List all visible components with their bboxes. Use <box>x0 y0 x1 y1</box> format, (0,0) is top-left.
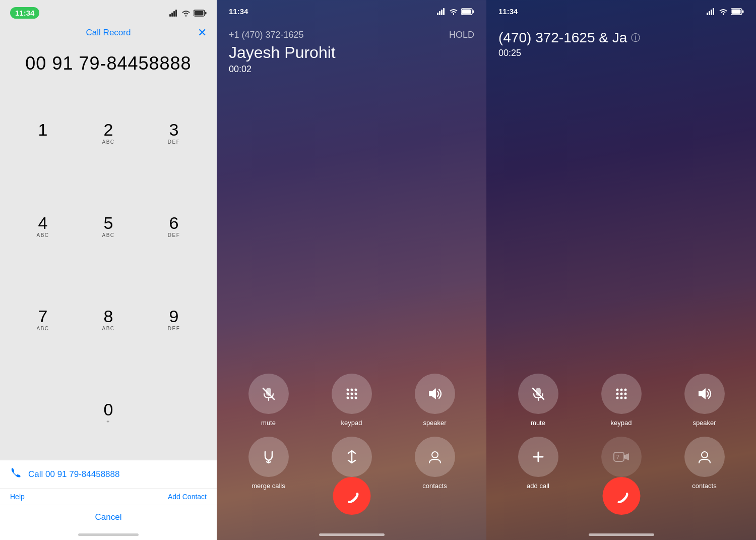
caller-name: Jayesh Purohit <box>229 43 474 62</box>
svg-point-41 <box>616 393 618 395</box>
svg-rect-34 <box>742 10 744 13</box>
svg-text:?: ? <box>616 454 619 460</box>
svg-rect-9 <box>441 10 443 15</box>
add-call-label: add call <box>527 482 549 490</box>
merged-title-text: (470) 372-1625 & Ja <box>498 30 627 46</box>
keypad-button[interactable]: keypad <box>315 374 388 427</box>
key-8[interactable]: 8 ABC <box>76 273 141 367</box>
merge-calls-label: merge calls <box>251 482 285 490</box>
phone-icon <box>10 467 21 481</box>
close-button[interactable]: ✕ <box>198 26 207 39</box>
contacts-label-3: contacts <box>692 482 716 490</box>
svg-point-52 <box>702 452 708 458</box>
keypad-circle-3 <box>601 374 642 414</box>
contacts-icon <box>427 449 443 464</box>
speaker-button-3[interactable]: speaker <box>668 374 741 427</box>
svg-rect-29 <box>709 11 710 15</box>
home-indicator-3 <box>589 533 654 536</box>
contacts-button[interactable]: contacts <box>398 437 471 490</box>
call-status-icons-3 <box>707 8 744 15</box>
mute-icon <box>261 386 276 401</box>
svg-rect-31 <box>713 8 714 15</box>
keypad-icon <box>344 386 359 401</box>
mute-button[interactable]: mute <box>232 374 305 427</box>
svg-rect-30 <box>711 10 712 15</box>
status-time: 11:34 <box>10 7 39 19</box>
status-icons <box>169 10 207 17</box>
svg-point-40 <box>624 389 626 391</box>
end-call-button-3[interactable] <box>602 477 640 515</box>
svg-point-19 <box>354 389 357 391</box>
keypad-label: keypad <box>341 419 362 427</box>
call-status-icons <box>437 8 474 15</box>
speaker-icon-3 <box>697 386 713 401</box>
svg-rect-15 <box>266 388 271 396</box>
merge-circle <box>248 437 289 477</box>
contacts-label: contacts <box>422 482 447 490</box>
active-call-screen: 11:34 +1 (470) 372-1625 HOLD <box>217 0 486 540</box>
mute-icon-3 <box>531 386 546 401</box>
svg-rect-0 <box>169 14 171 17</box>
svg-point-39 <box>620 389 622 391</box>
svg-rect-7 <box>437 13 438 15</box>
key-0[interactable]: 0 + <box>76 367 141 460</box>
key-3[interactable]: 3 DEF <box>141 87 207 180</box>
svg-point-20 <box>346 393 349 395</box>
merge-icon <box>261 449 276 464</box>
info-icon[interactable]: ⓘ <box>631 32 640 44</box>
mute-circle-3 <box>518 374 558 414</box>
svg-point-18 <box>350 389 353 391</box>
svg-marker-47 <box>699 388 706 399</box>
key-2[interactable]: 2 ABC <box>76 87 141 180</box>
swap-circle <box>332 437 372 477</box>
svg-rect-3 <box>175 10 177 17</box>
svg-rect-36 <box>536 388 541 396</box>
call-suggestion-row[interactable]: Call 00 91 79-84458888 <box>0 460 217 489</box>
end-call-icon-3 <box>612 487 631 505</box>
dialer-bottom-panel: Call 00 91 79-84458888 Help Add Contact … <box>0 460 217 540</box>
key-1[interactable]: 1 <box>10 87 76 180</box>
svg-rect-6 <box>205 12 207 14</box>
call-time-3: 11:34 <box>498 7 518 16</box>
contacts-circle-3 <box>684 437 725 477</box>
keypad-label-3: keypad <box>611 419 632 427</box>
end-call-button[interactable] <box>333 477 370 515</box>
cancel-button[interactable]: Cancel <box>0 505 217 529</box>
merge-calls-button[interactable]: merge calls <box>232 437 305 490</box>
svg-rect-28 <box>707 13 708 15</box>
help-link[interactable]: Help <box>10 493 25 501</box>
svg-rect-1 <box>171 13 173 17</box>
key-9[interactable]: 9 DEF <box>141 273 207 367</box>
battery-icon <box>194 10 207 17</box>
key-6[interactable]: 6 DEF <box>141 180 207 273</box>
mute-label: mute <box>261 419 276 427</box>
hold-label: HOLD <box>449 30 474 40</box>
key-5[interactable]: 5 ABC <box>76 180 141 273</box>
speaker-icon <box>427 386 443 401</box>
merged-call-title: (470) 372-1625 & Ja ⓘ <box>498 30 744 46</box>
call-duration-3: 00:25 <box>498 48 744 58</box>
controls-grid: mute keypad <box>232 374 471 490</box>
keypad-circle <box>332 374 372 414</box>
speaker-button[interactable]: speaker <box>398 374 471 427</box>
key-7[interactable]: 7 ABC <box>10 273 76 367</box>
mute-button-3[interactable]: mute <box>501 374 575 427</box>
svg-rect-5 <box>195 11 204 15</box>
svg-point-21 <box>350 393 353 395</box>
call-suggestion-text[interactable]: Call 00 91 79-84458888 <box>28 469 119 479</box>
svg-rect-8 <box>439 11 440 15</box>
speaker-circle-3 <box>684 374 725 414</box>
call-info-3: (470) 372-1625 & Ja ⓘ 00:25 <box>486 20 756 64</box>
controls-grid-3: mute keypad <box>501 374 741 490</box>
keypad-button-3[interactable]: keypad <box>585 374 658 427</box>
wifi-icon <box>449 8 458 15</box>
svg-rect-2 <box>173 11 175 17</box>
add-contact-link[interactable]: Add Contact <box>168 493 207 501</box>
call-status-bar-3: 11:34 <box>486 0 756 20</box>
add-call-button[interactable]: add call <box>501 437 575 490</box>
key-4[interactable]: 4 ABC <box>10 180 76 273</box>
svg-point-45 <box>620 397 622 399</box>
speaker-circle <box>415 374 455 414</box>
contacts-button-3[interactable]: contacts <box>668 437 741 490</box>
home-indicator <box>78 533 139 536</box>
